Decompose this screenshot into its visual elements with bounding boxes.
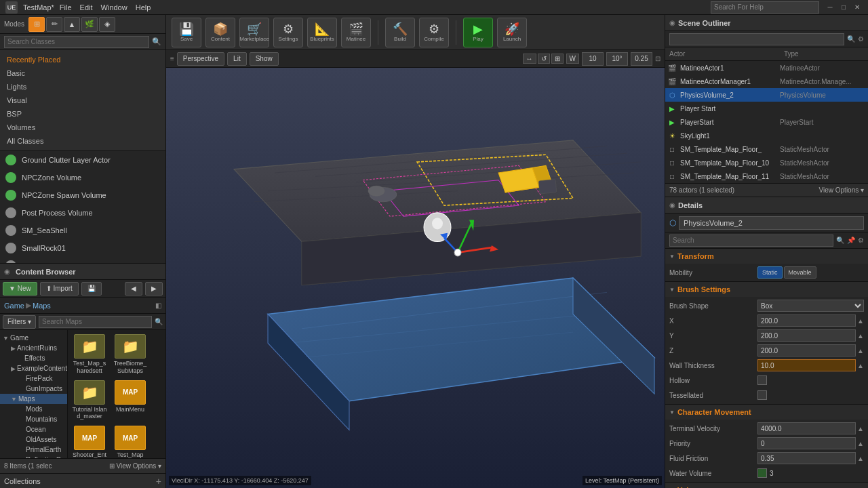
settings-button[interactable]: ⚙ Settings xyxy=(273,18,303,47)
compile-button[interactable]: ⚙ Compile xyxy=(419,18,449,47)
tree-item[interactable]: ▶ Mountains xyxy=(0,414,67,424)
cat-recently-placed[interactable]: Recently Placed xyxy=(0,53,165,66)
tree-item[interactable]: ▶ AncientRuins xyxy=(0,343,67,353)
save-button[interactable]: 💾 xyxy=(81,282,102,296)
mode-landscape[interactable]: ▲ xyxy=(64,17,80,32)
path-game[interactable]: Game xyxy=(4,302,24,310)
lit-button[interactable]: Lit xyxy=(227,52,247,66)
list-item[interactable]: SM_SeaShell xyxy=(0,222,165,239)
wall-thickness-input[interactable] xyxy=(757,359,856,371)
minimize-button[interactable]: ─ xyxy=(825,2,835,13)
list-item[interactable]: 📁 Test_Map_sharedsett xyxy=(71,333,108,376)
volume-section-header[interactable]: ▼ Volume xyxy=(665,483,868,488)
so-row-4[interactable]: ▶ PlayerStart PlayerStart xyxy=(665,115,868,129)
mode-place[interactable]: ⊞ xyxy=(28,17,45,32)
z-input[interactable] xyxy=(757,344,856,357)
blueprints-button[interactable]: 📐 Blueprints xyxy=(307,18,337,47)
menu-help[interactable]: Help xyxy=(136,3,151,12)
so-row-6[interactable]: □ SM_Template_Map_Floor_ StaticMeshActor xyxy=(665,142,868,156)
collections-add-button[interactable]: + xyxy=(156,476,161,487)
hollow-checkbox[interactable] xyxy=(757,375,767,385)
3d-viewport[interactable]: VieciDir X: -11175.413 Y: -16660.404 Z: … xyxy=(166,68,665,488)
scale-value[interactable]: 0.25 xyxy=(631,52,652,66)
priority-up-icon[interactable]: ▲ xyxy=(857,440,864,447)
tree-item[interactable]: ▶ Effects xyxy=(0,353,67,363)
close-button[interactable]: ✕ xyxy=(852,2,863,13)
tree-item[interactable]: ▶ FirePack xyxy=(0,373,67,384)
launch-button[interactable]: 🚀 Launch xyxy=(497,18,527,47)
nav-back-button[interactable]: ◀ xyxy=(125,282,142,296)
tv-input[interactable] xyxy=(757,422,856,434)
mode-foliage[interactable]: 🌿 xyxy=(81,17,98,32)
cat-volumes[interactable]: Volumes xyxy=(0,121,165,134)
list-item[interactable]: NPCZone Spawn Volume xyxy=(0,186,165,204)
priority-input[interactable] xyxy=(757,437,856,449)
perspective-button[interactable]: Perspective xyxy=(177,52,224,66)
path-maps[interactable]: Maps xyxy=(33,302,51,310)
so-row-7[interactable]: □ SM_Template_Map_Floor_10 StaticMeshAct… xyxy=(665,156,868,169)
list-item[interactable]: SM_Cave_Cliff01 xyxy=(0,257,165,263)
tessellated-checkbox[interactable] xyxy=(757,390,767,400)
rotate-tool[interactable]: ↺ xyxy=(538,54,550,64)
filters-button[interactable]: Filters ▾ xyxy=(3,315,36,329)
so-row-3[interactable]: ▶ Player Start xyxy=(665,102,868,115)
so-row-2[interactable]: ⬡ PhysicsVolume_2 PhysicsVolume xyxy=(665,88,868,102)
play-button[interactable]: ▶ Play xyxy=(463,18,493,47)
cat-all-classes[interactable]: All Classes xyxy=(0,134,165,148)
list-item[interactable]: 📁 TreeBiome_SubMaps xyxy=(111,333,149,376)
x-input[interactable] xyxy=(757,314,856,327)
mode-paint[interactable]: ✏ xyxy=(46,17,62,32)
import-button[interactable]: ⬆ Import xyxy=(40,282,79,296)
marketplace-button[interactable]: 🛒 Marketplace xyxy=(239,18,269,47)
transform-section-header[interactable]: ▼ Transform xyxy=(665,249,868,264)
so-row-1[interactable]: 🎬 MatineeActorManager1 MatineeActor.Mana… xyxy=(665,75,868,88)
dp-settings-icon[interactable]: ⚙ xyxy=(858,237,864,244)
viewport-options-icon[interactable]: ≡ xyxy=(170,55,174,62)
maximize-viewport[interactable]: ⊡ xyxy=(655,55,660,62)
mode-geometry[interactable]: ◈ xyxy=(99,17,115,32)
list-item[interactable]: MAP MainMenu xyxy=(111,379,149,422)
ff-input[interactable] xyxy=(757,452,856,464)
list-item[interactable]: Post Process Volume xyxy=(0,204,165,222)
list-item[interactable]: 📁 Tutorial Island_master xyxy=(71,379,108,422)
nav-forward-button[interactable]: ▶ xyxy=(145,282,163,296)
x-up-icon[interactable]: ▲ xyxy=(857,317,864,325)
tv-up-icon[interactable]: ▲ xyxy=(857,425,864,432)
brush-settings-header[interactable]: ▼ Brush Settings xyxy=(665,282,868,297)
character-movement-header[interactable]: ▼ Character Movement xyxy=(665,405,868,420)
menu-file[interactable]: File xyxy=(60,3,72,12)
content-button[interactable]: 📦 Content xyxy=(205,18,235,47)
wt-up-icon[interactable]: ▲ xyxy=(857,362,864,369)
dp-name-input[interactable] xyxy=(679,216,864,230)
so-row-5[interactable]: ☀ SkyLight1 xyxy=(665,129,868,142)
list-item[interactable]: SmallRock01 xyxy=(0,239,165,257)
scale-tool[interactable]: ⊞ xyxy=(551,54,564,64)
tree-item[interactable]: ▶ GunImpacts xyxy=(0,384,67,394)
cat-basic[interactable]: Basic xyxy=(0,66,165,80)
list-item[interactable]: MAP Test_Map xyxy=(111,424,149,458)
tree-item[interactable]: ▶ Ocean xyxy=(0,424,67,434)
so-row-8[interactable]: □ SM_Template_Map_Floor_11 StaticMeshAct… xyxy=(665,169,868,183)
tree-item[interactable]: ▶ Mods xyxy=(0,404,67,414)
tree-item-maps[interactable]: ▼ Maps xyxy=(0,394,67,404)
movable-button[interactable]: Movable xyxy=(784,266,816,279)
view-options-button[interactable]: View Options ▾ xyxy=(818,186,864,194)
so-settings-icon[interactable]: ⚙ xyxy=(858,35,864,43)
build-button[interactable]: 🔨 Build xyxy=(385,18,415,47)
cat-bsp[interactable]: BSP xyxy=(0,107,165,121)
angle-value[interactable]: 10° xyxy=(606,52,628,66)
so-row-0[interactable]: 🎬 MatineeActor1 MatineeActor xyxy=(665,61,868,75)
dp-search-input[interactable] xyxy=(669,235,833,247)
list-item[interactable]: NPCZone Volume xyxy=(0,169,165,186)
dp-pin-icon[interactable]: 📌 xyxy=(847,237,855,244)
new-button[interactable]: ▼ New xyxy=(3,282,37,296)
matinee-button[interactable]: 🎬 Matinee xyxy=(341,18,371,47)
ff-up-icon[interactable]: ▲ xyxy=(857,455,864,462)
move-tool[interactable]: ↔ xyxy=(523,54,536,64)
cat-visual[interactable]: Visual xyxy=(0,94,165,107)
tree-item-game[interactable]: ▼ Game xyxy=(0,333,67,343)
save-button[interactable]: 💾 Save xyxy=(172,18,201,47)
view-options-button[interactable]: ⊞ View Options ▾ xyxy=(109,462,161,470)
content-search-input[interactable] xyxy=(39,316,152,328)
cat-lights[interactable]: Lights xyxy=(0,80,165,94)
